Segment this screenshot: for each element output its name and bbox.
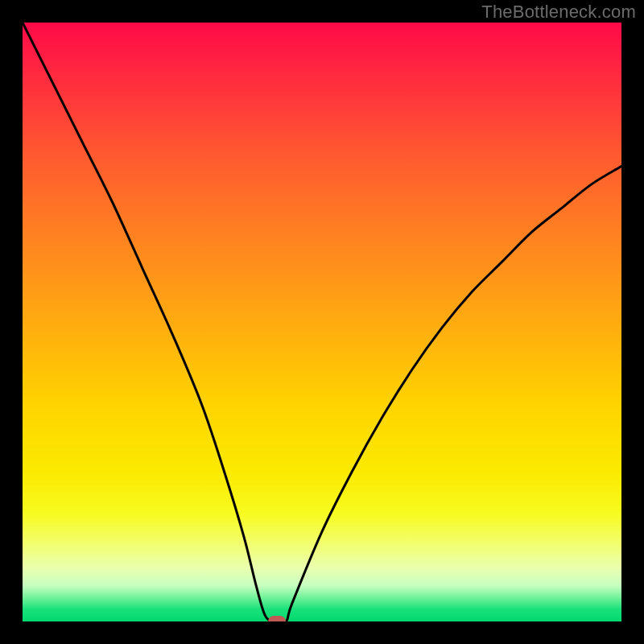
chart-frame: TheBottleneck.com — [0, 0, 644, 644]
optimum-marker — [268, 616, 286, 621]
bottleneck-curve — [23, 23, 621, 621]
plot-area — [23, 23, 621, 621]
watermark-text: TheBottleneck.com — [481, 2, 636, 23]
